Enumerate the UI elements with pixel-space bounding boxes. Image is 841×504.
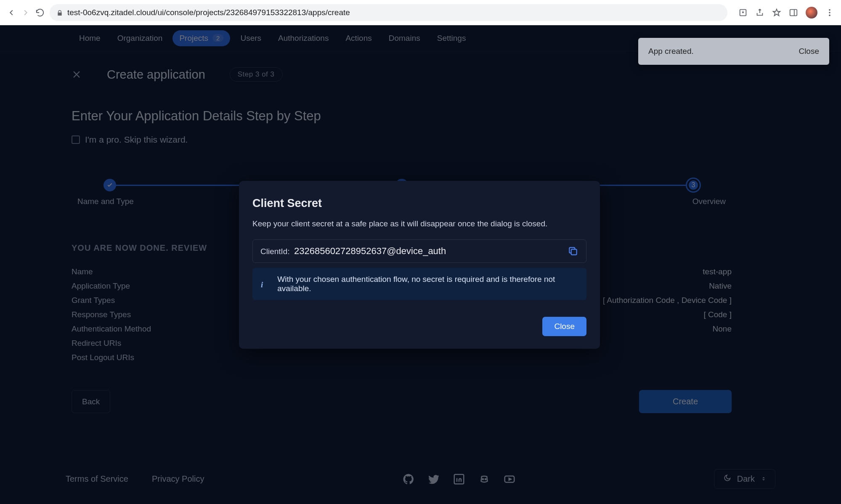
profile-avatar[interactable]	[806, 7, 817, 19]
browser-toolbar: test-0o6zvq.zitadel.cloud/ui/console/pro…	[0, 0, 841, 25]
svg-point-2	[829, 9, 830, 11]
svg-point-3	[829, 12, 830, 13]
info-banner: i With your chosen authentication flow, …	[252, 268, 586, 300]
client-secret-dialog: Client Secret Keep your client secret at…	[239, 181, 600, 349]
address-bar[interactable]: test-0o6zvq.zitadel.cloud/ui/console/pro…	[50, 4, 727, 21]
back-icon[interactable]	[7, 8, 16, 17]
kebab-icon[interactable]	[825, 8, 834, 17]
svg-rect-9	[571, 249, 577, 255]
client-id-label: ClientId:	[260, 247, 290, 256]
address-url: test-0o6zvq.zitadel.cloud/ui/console/pro…	[67, 8, 350, 17]
reload-icon[interactable]	[35, 8, 45, 17]
svg-point-4	[829, 14, 830, 16]
star-icon[interactable]	[772, 8, 781, 17]
share-icon[interactable]	[755, 8, 764, 17]
app-shell: Home Organization Projects 2 Users Autho…	[0, 25, 841, 504]
install-icon[interactable]	[738, 8, 748, 17]
browser-actions	[738, 7, 834, 19]
info-text: With your chosen authentication flow, no…	[277, 275, 578, 293]
copy-icon[interactable]	[568, 246, 578, 257]
toast: App created. Close	[638, 38, 829, 65]
lock-icon	[56, 9, 63, 16]
dialog-title: Client Secret	[252, 197, 586, 210]
toast-close[interactable]: Close	[799, 47, 819, 56]
panel-icon[interactable]	[789, 8, 798, 17]
dialog-close-button[interactable]: Close	[542, 317, 586, 336]
toast-message: App created.	[648, 47, 694, 56]
info-icon: i	[261, 280, 268, 288]
forward-icon[interactable]	[21, 8, 30, 17]
client-id-value: 232685602728952637@device_auth	[294, 246, 446, 256]
dialog-subtitle: Keep your client secret at a safe place …	[252, 219, 586, 228]
svg-rect-1	[790, 9, 797, 16]
client-id-box: ClientId: 232685602728952637@device_auth	[252, 239, 586, 263]
